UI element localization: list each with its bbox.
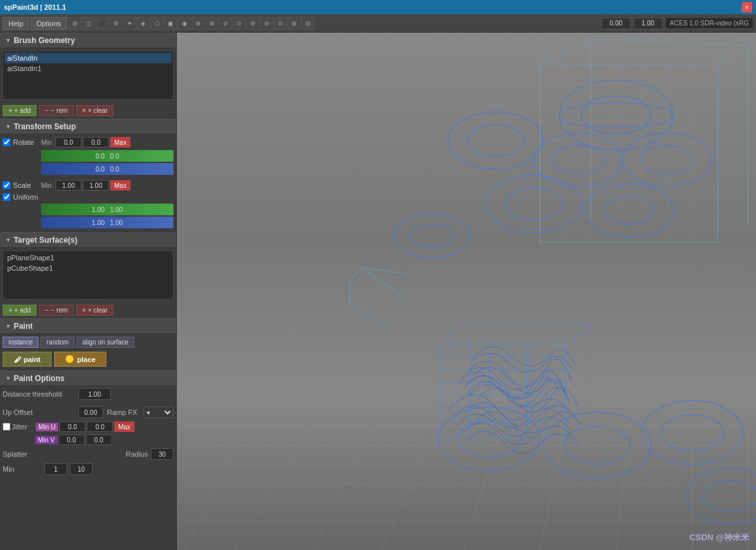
toolbar-icons: ⊞ ◫ ⬛ ⚙ ✦ ◈ ⬡ ▣ ◉ ⊕ ⊗ ⊘ ⊙ ⊛ ⊜ ⊝ ⊞ ⊟ bbox=[68, 17, 600, 30]
rotate-checkbox[interactable] bbox=[3, 138, 10, 146]
jitter-v-val1[interactable] bbox=[59, 435, 85, 445]
ramp-fx-select[interactable]: ▾ bbox=[144, 406, 174, 418]
rotate-max-btn[interactable]: Max bbox=[110, 137, 130, 147]
svg-line-9 bbox=[382, 426, 439, 550]
viewport[interactable]: CSDN @神米米 bbox=[177, 33, 756, 550]
uniform-blue-val1: 1.00 bbox=[92, 219, 104, 226]
viewport-svg bbox=[177, 33, 756, 550]
mode-instance-button[interactable]: instance bbox=[3, 337, 38, 348]
rotate-row: Rotate Min Max bbox=[3, 137, 174, 147]
surface-clear-button[interactable]: × × clear bbox=[76, 305, 113, 316]
toolbar-icon-9[interactable]: ◉ bbox=[178, 17, 191, 30]
brush-item-1[interactable]: aiStandIn1 bbox=[5, 63, 172, 74]
toolbar-icon-8[interactable]: ▣ bbox=[164, 17, 177, 30]
toolbar-value1[interactable] bbox=[601, 18, 631, 29]
brush-add-button[interactable]: + + add bbox=[3, 105, 37, 116]
jitter-u-val2[interactable] bbox=[87, 421, 113, 432]
up-offset-input[interactable] bbox=[78, 406, 103, 418]
transform-setup-header[interactable]: ▼ Transform Setup bbox=[0, 119, 176, 134]
brush-rem-button[interactable]: − − rem bbox=[39, 105, 74, 116]
min-value-input[interactable] bbox=[44, 463, 67, 475]
toolbar-icon-7[interactable]: ⬡ bbox=[151, 17, 164, 30]
svg-point-24 bbox=[448, 112, 543, 170]
paint-button[interactable]: 🖌 paint bbox=[3, 352, 52, 367]
target-surfaces-header[interactable]: ▼ Target Surface(s) bbox=[0, 232, 176, 248]
toolbar-icon-14[interactable]: ⊛ bbox=[247, 17, 260, 30]
jitter-u-val1[interactable] bbox=[59, 421, 85, 432]
toolbar-icon-16[interactable]: ⊝ bbox=[274, 17, 287, 30]
scale-min-val1[interactable] bbox=[55, 180, 82, 191]
rotate-min-val1[interactable] bbox=[55, 137, 82, 147]
toolbar-value2[interactable] bbox=[633, 18, 663, 29]
brush-geometry-header[interactable]: ▼ Brush Geometry bbox=[0, 33, 176, 48]
toolbar-icon-6[interactable]: ◈ bbox=[137, 17, 150, 30]
toolbar-icon-2[interactable]: ◫ bbox=[82, 17, 95, 30]
toolbar-icon-3[interactable]: ⬛ bbox=[96, 17, 109, 30]
options-menu[interactable]: Options bbox=[31, 17, 67, 30]
jitter-v-row: Min V bbox=[33, 433, 176, 446]
svg-point-30 bbox=[486, 176, 581, 233]
toolbar-icon-1[interactable]: ⊞ bbox=[68, 17, 82, 30]
max-value-input[interactable] bbox=[70, 463, 93, 475]
paint-options-header[interactable]: ▼ Paint Options bbox=[0, 371, 176, 386]
mode-random-button[interactable]: random bbox=[40, 337, 74, 348]
rotate-check-label[interactable]: Rotate bbox=[3, 138, 38, 146]
toolbar-icon-18[interactable]: ⊟ bbox=[301, 17, 314, 30]
uniform-blue-bar[interactable]: 1.00 1.00 bbox=[41, 217, 174, 228]
toolbar-icon-11[interactable]: ⊗ bbox=[205, 17, 219, 30]
scale-min-max: Min Max bbox=[41, 180, 174, 191]
close-button[interactable]: × bbox=[742, 2, 752, 12]
toolbar-icon-4[interactable]: ⚙ bbox=[110, 17, 123, 30]
scale-check-label[interactable]: Scale bbox=[3, 181, 38, 189]
scale-min-label: Min bbox=[41, 182, 54, 189]
scale-checkbox[interactable] bbox=[3, 181, 10, 189]
help-menu[interactable]: Help bbox=[3, 17, 29, 30]
paint-label: Paint bbox=[14, 322, 33, 331]
brush-geometry-buttons: + + add − − rem × × clear bbox=[0, 102, 176, 119]
surface-add-button[interactable]: + + add bbox=[3, 305, 37, 316]
uniform-checkbox[interactable] bbox=[3, 193, 10, 201]
jitter-v-val2[interactable] bbox=[86, 435, 112, 445]
rem-icon: − bbox=[45, 107, 49, 114]
place-button[interactable]: 🟡 place bbox=[54, 352, 106, 367]
distance-threshold-input[interactable] bbox=[78, 388, 111, 400]
surface-item-0[interactable]: pPlaneShape1 bbox=[5, 252, 172, 263]
uniform-row: Uniform bbox=[3, 193, 174, 201]
rotate-min-val2[interactable] bbox=[83, 137, 109, 147]
surface-item-1[interactable]: pCubeShape1 bbox=[5, 263, 172, 273]
target-surfaces-buttons: + + add − − rem × × clear bbox=[0, 302, 176, 318]
toolbar-icon-10[interactable]: ⊕ bbox=[192, 17, 205, 30]
paint-section-header[interactable]: ▼ Paint bbox=[0, 318, 176, 334]
brush-item-0[interactable]: aiStandIn bbox=[5, 53, 172, 63]
brush-rem-label: − rem bbox=[51, 107, 68, 114]
scale-label: Scale bbox=[13, 181, 31, 189]
mode-align-button[interactable]: align on surface bbox=[76, 337, 134, 348]
uniform-check-label[interactable]: Uniform bbox=[3, 193, 38, 201]
rotate-blue-val1: 0.0 bbox=[95, 166, 104, 173]
transform-setup-content: Rotate Min Max 0.0 0.0 0.0 bbox=[0, 134, 176, 232]
jitter-checkbox[interactable] bbox=[3, 423, 10, 431]
svg-point-31 bbox=[505, 188, 562, 220]
rotate-green-bar[interactable]: 0.0 0.0 bbox=[41, 150, 174, 162]
paint-options-arrow: ▼ bbox=[5, 375, 11, 382]
uniform-green-bar[interactable]: 1.00 1.00 bbox=[41, 204, 174, 215]
rotate-blue-bar[interactable]: 0.0 0.0 bbox=[41, 163, 174, 175]
scale-max-btn[interactable]: Max bbox=[110, 180, 130, 191]
scale-min-val2[interactable] bbox=[83, 180, 109, 191]
radius-input[interactable] bbox=[151, 448, 174, 460]
surface-rem-button[interactable]: − − rem bbox=[39, 305, 74, 316]
splatter-min-label: Min bbox=[3, 465, 42, 473]
svg-line-18 bbox=[591, 39, 748, 46]
toolbar-icon-12[interactable]: ⊘ bbox=[219, 17, 232, 30]
toolbar-icon-5[interactable]: ✦ bbox=[123, 17, 136, 30]
toolbar-icon-15[interactable]: ⊜ bbox=[260, 17, 273, 30]
surface-clear-icon: × bbox=[82, 307, 86, 314]
toolbar-icon-17[interactable]: ⊞ bbox=[288, 17, 301, 30]
brush-clear-button[interactable]: × × clear bbox=[76, 105, 113, 116]
title-bar: spPaint3d | 2011.1 × bbox=[0, 0, 756, 14]
jitter-u-max-btn[interactable]: Max bbox=[114, 421, 134, 432]
toolbar-icon-13[interactable]: ⊙ bbox=[233, 17, 246, 30]
jitter-min-u-label: Min U bbox=[36, 423, 58, 431]
svg-line-8 bbox=[312, 426, 375, 550]
svg-line-11 bbox=[540, 426, 566, 550]
